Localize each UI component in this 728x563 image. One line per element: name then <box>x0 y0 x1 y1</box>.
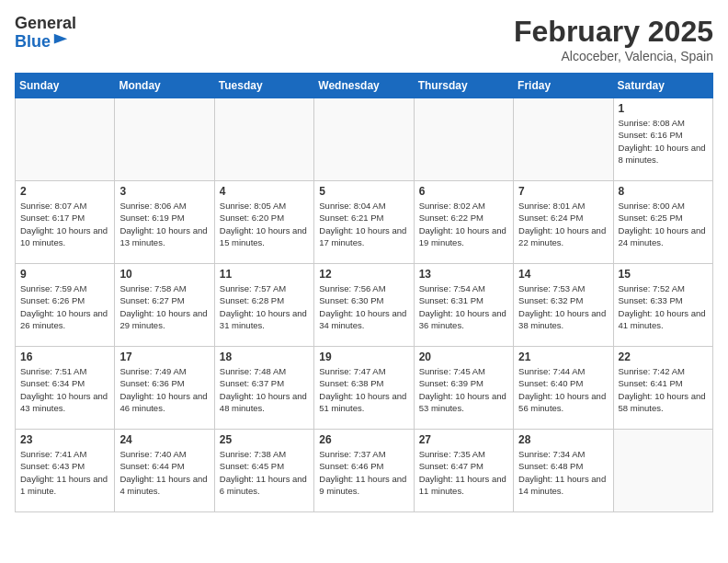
day-info: Sunrise: 7:54 AM Sunset: 6:31 PM Dayligh… <box>419 282 508 331</box>
calendar-cell <box>613 430 712 512</box>
day-info: Sunrise: 8:07 AM Sunset: 6:17 PM Dayligh… <box>20 200 109 248</box>
calendar-cell: 4Sunrise: 8:05 AM Sunset: 6:20 PM Daylig… <box>214 181 313 264</box>
calendar-cell: 25Sunrise: 7:38 AM Sunset: 6:45 PM Dayli… <box>214 430 313 512</box>
day-number: 27 <box>419 433 508 446</box>
calendar-week-3: 9Sunrise: 7:59 AM Sunset: 6:26 PM Daylig… <box>16 264 713 347</box>
calendar-cell: 16Sunrise: 7:51 AM Sunset: 6:34 PM Dayli… <box>16 347 115 430</box>
calendar-week-5: 23Sunrise: 7:41 AM Sunset: 6:43 PM Dayli… <box>16 430 713 512</box>
calendar-cell: 3Sunrise: 8:06 AM Sunset: 6:19 PM Daylig… <box>115 181 214 264</box>
calendar-header-row: SundayMondayTuesdayWednesdayThursdayFrid… <box>16 74 713 98</box>
day-info: Sunrise: 7:48 AM Sunset: 6:37 PM Dayligh… <box>220 365 309 414</box>
day-info: Sunrise: 8:04 AM Sunset: 6:21 PM Dayligh… <box>319 200 408 248</box>
day-number: 21 <box>518 350 608 363</box>
day-info: Sunrise: 7:57 AM Sunset: 6:28 PM Dayligh… <box>220 282 309 331</box>
calendar-cell: 19Sunrise: 7:47 AM Sunset: 6:38 PM Dayli… <box>314 347 414 430</box>
calendar-header-wednesday: Wednesday <box>314 74 414 98</box>
day-number: 2 <box>20 185 109 198</box>
day-info: Sunrise: 7:41 AM Sunset: 6:43 PM Dayligh… <box>20 448 109 497</box>
calendar-cell: 26Sunrise: 7:37 AM Sunset: 6:46 PM Dayli… <box>314 430 414 512</box>
day-number: 23 <box>20 433 109 446</box>
day-info: Sunrise: 7:59 AM Sunset: 6:26 PM Dayligh… <box>20 282 109 331</box>
calendar-header-tuesday: Tuesday <box>214 74 313 98</box>
day-number: 17 <box>119 350 209 363</box>
title-section: February 2025 Alcoceber, Valencia, Spain <box>514 15 713 63</box>
day-number: 8 <box>619 185 708 198</box>
day-number: 3 <box>119 185 209 198</box>
day-info: Sunrise: 8:06 AM Sunset: 6:19 PM Dayligh… <box>119 200 209 248</box>
calendar-header-friday: Friday <box>514 74 613 98</box>
svg-marker-0 <box>54 33 67 43</box>
calendar-cell <box>16 98 115 181</box>
calendar-header-sunday: Sunday <box>16 74 115 98</box>
calendar-cell: 27Sunrise: 7:35 AM Sunset: 6:47 PM Dayli… <box>414 430 513 512</box>
day-number: 1 <box>619 102 708 115</box>
calendar-cell: 13Sunrise: 7:54 AM Sunset: 6:31 PM Dayli… <box>414 264 513 347</box>
calendar-cell: 22Sunrise: 7:42 AM Sunset: 6:41 PM Dayli… <box>613 347 712 430</box>
day-number: 11 <box>220 268 309 281</box>
calendar-subtitle: Alcoceber, Valencia, Spain <box>514 49 713 63</box>
logo: General Blue <box>15 15 76 52</box>
day-number: 4 <box>220 185 309 198</box>
calendar-title: February 2025 <box>514 15 713 49</box>
day-info: Sunrise: 7:34 AM Sunset: 6:48 PM Dayligh… <box>518 448 608 497</box>
day-info: Sunrise: 7:51 AM Sunset: 6:34 PM Dayligh… <box>20 365 109 414</box>
day-info: Sunrise: 8:00 AM Sunset: 6:25 PM Dayligh… <box>619 200 708 248</box>
day-number: 20 <box>419 350 508 363</box>
calendar-table: SundayMondayTuesdayWednesdayThursdayFrid… <box>15 73 713 512</box>
calendar-cell: 21Sunrise: 7:44 AM Sunset: 6:40 PM Dayli… <box>514 347 613 430</box>
day-number: 22 <box>619 350 708 363</box>
logo-blue-text: Blue <box>15 33 51 52</box>
calendar-week-1: 1Sunrise: 8:08 AM Sunset: 6:16 PM Daylig… <box>16 98 713 181</box>
day-number: 15 <box>619 268 708 281</box>
calendar-cell: 18Sunrise: 7:48 AM Sunset: 6:37 PM Dayli… <box>214 347 313 430</box>
day-number: 13 <box>419 268 508 281</box>
day-number: 12 <box>319 268 408 281</box>
calendar-header-saturday: Saturday <box>613 74 712 98</box>
calendar-cell <box>314 98 414 181</box>
day-number: 5 <box>319 185 408 198</box>
calendar-cell: 5Sunrise: 8:04 AM Sunset: 6:21 PM Daylig… <box>314 181 414 264</box>
logo-general-text: General <box>15 15 76 33</box>
day-number: 7 <box>518 185 608 198</box>
calendar-cell: 28Sunrise: 7:34 AM Sunset: 6:48 PM Dayli… <box>514 430 613 512</box>
calendar-cell <box>514 98 613 181</box>
calendar-cell: 11Sunrise: 7:57 AM Sunset: 6:28 PM Dayli… <box>214 264 313 347</box>
day-info: Sunrise: 7:56 AM Sunset: 6:30 PM Dayligh… <box>319 282 408 331</box>
calendar-cell: 17Sunrise: 7:49 AM Sunset: 6:36 PM Dayli… <box>115 347 214 430</box>
day-info: Sunrise: 7:42 AM Sunset: 6:41 PM Dayligh… <box>619 365 708 414</box>
logo-flag-icon <box>52 32 69 49</box>
calendar-header-monday: Monday <box>115 74 214 98</box>
day-number: 19 <box>319 350 408 363</box>
day-number: 9 <box>20 268 109 281</box>
day-info: Sunrise: 7:52 AM Sunset: 6:33 PM Dayligh… <box>619 282 708 331</box>
day-number: 28 <box>518 433 608 446</box>
day-number: 6 <box>419 185 508 198</box>
calendar-cell: 10Sunrise: 7:58 AM Sunset: 6:27 PM Dayli… <box>115 264 214 347</box>
day-info: Sunrise: 7:35 AM Sunset: 6:47 PM Dayligh… <box>419 448 508 497</box>
calendar-cell: 1Sunrise: 8:08 AM Sunset: 6:16 PM Daylig… <box>613 98 712 181</box>
calendar-cell: 8Sunrise: 8:00 AM Sunset: 6:25 PM Daylig… <box>613 181 712 264</box>
calendar-header-thursday: Thursday <box>414 74 513 98</box>
calendar-week-2: 2Sunrise: 8:07 AM Sunset: 6:17 PM Daylig… <box>16 181 713 264</box>
calendar-week-4: 16Sunrise: 7:51 AM Sunset: 6:34 PM Dayli… <box>16 347 713 430</box>
day-info: Sunrise: 8:08 AM Sunset: 6:16 PM Dayligh… <box>619 117 708 166</box>
day-info: Sunrise: 8:01 AM Sunset: 6:24 PM Dayligh… <box>518 200 608 248</box>
page-header: General Blue February 2025 Alcoceber, Va… <box>15 15 713 63</box>
day-info: Sunrise: 7:47 AM Sunset: 6:38 PM Dayligh… <box>319 365 408 414</box>
day-number: 25 <box>220 433 309 446</box>
day-number: 14 <box>518 268 608 281</box>
day-number: 26 <box>319 433 408 446</box>
day-number: 24 <box>119 433 209 446</box>
day-info: Sunrise: 7:44 AM Sunset: 6:40 PM Dayligh… <box>518 365 608 414</box>
calendar-cell <box>115 98 214 181</box>
calendar-cell: 15Sunrise: 7:52 AM Sunset: 6:33 PM Dayli… <box>613 264 712 347</box>
calendar-cell: 12Sunrise: 7:56 AM Sunset: 6:30 PM Dayli… <box>314 264 414 347</box>
calendar-cell: 23Sunrise: 7:41 AM Sunset: 6:43 PM Dayli… <box>16 430 115 512</box>
day-info: Sunrise: 7:45 AM Sunset: 6:39 PM Dayligh… <box>419 365 508 414</box>
day-number: 18 <box>220 350 309 363</box>
calendar-cell: 2Sunrise: 8:07 AM Sunset: 6:17 PM Daylig… <box>16 181 115 264</box>
day-info: Sunrise: 7:37 AM Sunset: 6:46 PM Dayligh… <box>319 448 408 497</box>
day-number: 16 <box>20 350 109 363</box>
day-info: Sunrise: 8:05 AM Sunset: 6:20 PM Dayligh… <box>220 200 309 248</box>
calendar-cell: 14Sunrise: 7:53 AM Sunset: 6:32 PM Dayli… <box>514 264 613 347</box>
